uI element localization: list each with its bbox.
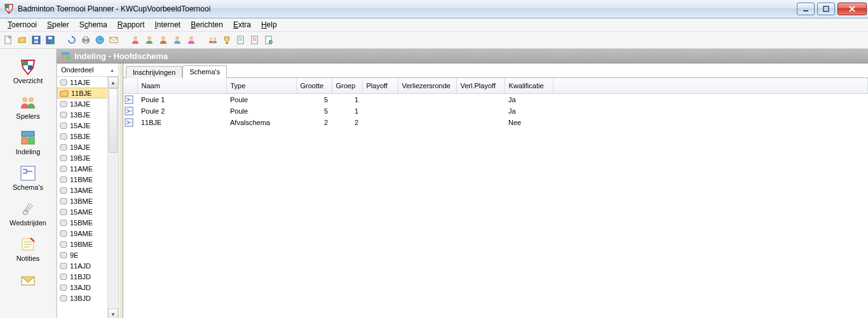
col-type[interactable]: Type — [226, 78, 296, 94]
cell-naam: Poule 1 — [137, 94, 226, 106]
nav-mail[interactable] — [0, 268, 56, 293]
nav-wedstrijden[interactable]: Wedstrijden — [0, 197, 56, 229]
table-row[interactable]: Poule 1Poule51Ja — [123, 94, 868, 106]
menu-schema[interactable]: Schema — [74, 19, 112, 30]
nav-schemas[interactable]: Schema's — [0, 162, 56, 194]
svg-rect-11 — [84, 37, 88, 39]
onderdeel-item[interactable]: 19AME — [57, 228, 108, 239]
tabs: InschrijvingenSchema's — [123, 63, 868, 77]
print-icon[interactable] — [80, 34, 92, 46]
nav-indeling[interactable]: Indeling — [0, 126, 56, 158]
onderdeel-item[interactable]: 13AJD — [57, 282, 108, 293]
onderdeel-label: 11AJE — [70, 79, 90, 86]
doc2-icon[interactable] — [249, 34, 261, 46]
svg-rect-12 — [84, 41, 88, 43]
onderdeel-item[interactable]: 19AJE — [57, 142, 108, 152]
cell-verlplayoff — [456, 94, 505, 106]
col-kwalificatie[interactable]: Kwalificatie — [505, 78, 553, 94]
col-grootte[interactable]: Grootte — [296, 78, 332, 94]
onderdeel-item[interactable]: 15AJE — [57, 120, 108, 131]
toolbar — [0, 32, 868, 49]
onderdeel-item[interactable]: 11AJE — [57, 77, 108, 88]
db-icon — [60, 220, 67, 226]
person2-icon[interactable] — [144, 34, 155, 46]
menu-toernooi[interactable]: Toernooi — [3, 19, 42, 30]
trophy-icon[interactable] — [221, 34, 233, 46]
close-button[interactable] — [837, 3, 867, 15]
db-icon — [60, 274, 67, 280]
person1-icon[interactable] — [130, 34, 141, 46]
schema-row-icon — [125, 107, 133, 116]
nav-spelers[interactable]: Spelers — [0, 91, 56, 123]
onderdeel-item[interactable]: 13BJD — [57, 293, 108, 303]
svg-point-20 — [210, 37, 212, 40]
tab-schemas[interactable]: Schema's — [182, 65, 227, 78]
col-verliezersronde[interactable]: Verliezersronde — [398, 78, 456, 94]
nav-overzicht[interactable]: Overzicht — [0, 55, 56, 87]
onderdeel-item[interactable]: 9E — [57, 249, 108, 260]
scrollbar[interactable]: ▲ ▼ — [107, 77, 118, 318]
onderdeel-item[interactable]: 15AME — [57, 206, 108, 217]
person5-icon[interactable] — [186, 34, 197, 46]
splitter[interactable] — [119, 63, 123, 318]
doc1-icon[interactable] — [235, 34, 247, 46]
menu-rapport[interactable]: Rapport — [112, 19, 150, 30]
onderdeel-item[interactable]: 15BJE — [57, 131, 108, 142]
person3-icon[interactable] — [158, 34, 169, 46]
maximize-button[interactable] — [817, 3, 835, 15]
menu-speler[interactable]: Speler — [42, 19, 74, 30]
db-icon — [60, 263, 67, 269]
onderdeel-item[interactable]: 15BME — [57, 217, 108, 228]
scroll-down-icon[interactable]: ▼ — [108, 308, 118, 318]
open-icon[interactable] — [17, 34, 28, 46]
onderdeel-label: 19BJE — [70, 154, 90, 162]
table-row[interactable]: 11BJEAfvalschema22Nee — [123, 117, 868, 128]
onderdeel-item[interactable]: 13AME — [57, 185, 108, 195]
doc3-icon[interactable] — [263, 34, 275, 46]
col-icon[interactable] — [123, 78, 137, 94]
nav-label: Spelers — [16, 112, 39, 120]
refresh-icon[interactable] — [66, 34, 78, 46]
onderdeel-item[interactable]: 13BME — [57, 195, 108, 206]
menu-extra[interactable]: Extra — [228, 19, 256, 30]
col-naam[interactable]: Naam — [137, 78, 226, 94]
save-icon[interactable] — [31, 34, 42, 46]
col-groep[interactable]: Groep — [332, 78, 362, 94]
tab-inschrijvingen[interactable]: Inschrijvingen — [126, 66, 182, 78]
nav-notities[interactable]: Notities — [0, 233, 56, 265]
backup-icon[interactable] — [44, 34, 56, 46]
new-icon[interactable] — [3, 34, 14, 46]
onderdeel-item[interactable]: 11BJD — [57, 271, 108, 282]
onderdeel-item[interactable]: 19BJE — [57, 152, 108, 163]
onderdeel-header[interactable]: Onderdeel — [57, 63, 118, 77]
people-icon[interactable] — [207, 34, 219, 46]
scroll-up-icon[interactable]: ▲ — [108, 77, 118, 88]
minimize-button[interactable] — [797, 3, 815, 15]
onderdeel-item[interactable]: 11AME — [57, 163, 108, 174]
mail-icon[interactable] — [108, 34, 119, 46]
onderdeel-item[interactable]: 11AJD — [57, 260, 108, 271]
onderdeel-item[interactable]: 13AJE — [57, 98, 108, 109]
cell-grootte: 5 — [296, 105, 332, 117]
menu-internet[interactable]: Internet — [149, 19, 186, 30]
globe-icon[interactable] — [94, 34, 105, 46]
menu-help[interactable]: Help — [256, 19, 282, 30]
scroll-thumb[interactable] — [109, 88, 118, 153]
left-nav: Overzicht Spelers Indeling Schema's Weds… — [0, 49, 57, 318]
person4-icon[interactable] — [172, 34, 183, 46]
svg-point-18 — [175, 36, 179, 40]
onderdeel-item[interactable]: 13BJE — [57, 109, 108, 120]
svg-point-16 — [147, 36, 151, 40]
onderdeel-label: 15AME — [70, 208, 93, 216]
menu-berichten[interactable]: Berichten — [186, 19, 228, 30]
onderdeel-item[interactable]: 11BME — [57, 174, 108, 185]
table-row[interactable]: Poule 2Poule51Ja — [123, 105, 868, 117]
svg-rect-23 — [238, 36, 243, 44]
onderdeel-item[interactable]: 19BME — [57, 239, 108, 249]
onderdeel-item[interactable]: 11BJE — [57, 88, 108, 98]
svg-rect-28 — [28, 65, 32, 70]
col-verlplayoff[interactable]: Verl.Playoff — [456, 78, 505, 94]
nav-label: Indeling — [16, 148, 41, 156]
window-title: Badminton Toernooi Planner - KWCupVoorbe… — [18, 4, 210, 13]
col-playoff[interactable]: Playoff — [362, 78, 398, 94]
